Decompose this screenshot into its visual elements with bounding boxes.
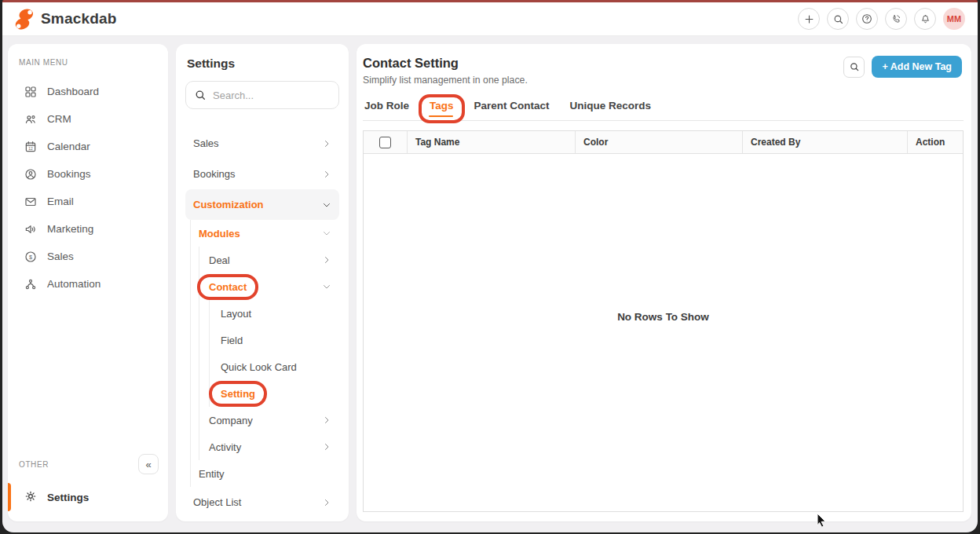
settings-menu-item-setting[interactable]: Setting [210,380,339,407]
contact-setting-panel: Contact Setting Simplify list management… [357,44,971,521]
table-search-button[interactable] [843,57,865,78]
search-icon [194,89,207,101]
settings-menu-item-modules[interactable]: Modules [191,220,339,247]
sidebar-item-crm[interactable]: CRM [17,105,159,133]
tab-job-role[interactable]: Job Role [364,98,410,120]
active-indicator-bar [8,483,11,511]
table-header-row: Tag Name Color Created By Action [364,131,963,154]
add-new-tag-button[interactable]: + Add New Tag [872,56,962,78]
settings-search-box[interactable] [185,81,339,109]
chevron-right-icon [322,442,331,452]
chevron-right-icon [322,139,331,148]
bell-icon [920,13,931,25]
tags-table: Tag Name Color Created By Action No Rows… [363,130,964,512]
page-subtitle: Simplify list management in one place. [363,75,528,86]
sidebar-item-label: Email [47,196,74,207]
settings-menu-item-bookings[interactable]: Bookings [185,159,339,189]
settings-menu-item-object-list[interactable]: Object List [185,487,339,518]
chevron-right-icon [322,498,331,507]
sidebar-item-label: Marketing [47,223,93,235]
main-menu-label: MAIN MENU [19,58,159,67]
settings-menu-item-sales[interactable]: Sales [185,128,339,159]
notifications-button[interactable] [914,8,936,30]
column-header-action: Action [908,131,963,153]
sidebar-item-label: Automation [47,278,101,290]
calendar-icon: 12 [24,140,38,154]
chevron-right-icon [322,255,331,265]
settings-menu-item-layout[interactable]: Layout [210,300,339,327]
user-avatar[interactable]: MM [943,8,965,30]
active-tab-underline [429,115,453,118]
sidebar-item-sales[interactable]: $ Sales [17,243,159,270]
search-icon [832,13,844,25]
chevron-down-icon [322,200,331,210]
sidebar-item-label: CRM [47,113,71,125]
page-title: Contact Setting [363,56,528,71]
brand-name: Smackdab [41,10,117,27]
other-label: OTHER [19,460,49,469]
sidebar-item-marketing[interactable]: Marketing [17,215,159,243]
column-header-tag-name: Tag Name [408,131,576,153]
envelope-icon [24,195,38,209]
contact-setting-tabs: Job Role Tags Parent Contact Unique Reco… [363,98,964,121]
sidebar-item-settings[interactable]: Settings [17,482,159,512]
app-window: Smackdab MM MAIN MENU [2,0,978,532]
settings-menu-item-deal[interactable]: Deal [199,247,339,273]
sidebar-item-label: Sales [47,251,74,262]
tab-tags[interactable]: Tags [429,98,455,120]
settings-menu-item-customization[interactable]: Customization [185,189,339,220]
table-body: No Rows To Show [364,154,963,511]
column-header-color: Color [576,131,743,153]
search-icon [849,61,860,72]
mouse-cursor [815,513,828,532]
svg-text:$: $ [29,254,32,260]
tab-unique-records[interactable]: Unique Records [569,98,653,120]
tab-parent-contact[interactable]: Parent Contact [474,98,550,120]
settings-menu-item-company[interactable]: Company [199,407,339,433]
gear-icon [24,489,38,506]
settings-menu-item-entity[interactable]: Entity [191,460,339,487]
empty-state-message: No Rows To Show [364,311,963,323]
chevron-right-icon [322,170,331,179]
add-button[interactable] [798,8,820,30]
sidebar-item-label: Settings [47,492,89,503]
top-header: Smackdab MM [2,2,978,36]
smackdab-logo-icon [14,9,35,30]
column-header-created-by: Created By [743,131,908,153]
sidebar-item-label: Bookings [47,168,91,180]
sidebar-item-automation[interactable]: Automation [17,270,159,298]
settings-tree-panel: Settings Sales Bookings Customization [176,44,349,521]
settings-menu-item-quick-look-card[interactable]: Quick Look Card [210,353,339,380]
settings-panel-title: Settings [187,57,339,71]
collapse-chevrons-icon: « [145,459,151,470]
calls-button[interactable] [885,8,907,30]
sidebar-collapse-button[interactable]: « [138,454,159,474]
select-all-checkbox[interactable] [379,137,391,148]
plus-icon [803,13,815,25]
settings-menu-item-field[interactable]: Field [210,327,339,353]
dollar-circle-icon: $ [24,250,38,264]
workflow-icon [24,277,38,291]
settings-menu-item-contact[interactable]: Contact [199,273,339,300]
help-icon [861,13,873,25]
sidebar-item-label: Calendar [47,141,90,152]
brand-logo[interactable]: Smackdab [14,9,117,30]
settings-menu-item-activity[interactable]: Activity [199,433,339,460]
help-button[interactable] [856,8,878,30]
sidebar-item-dashboard[interactable]: Dashboard [17,78,159,105]
people-icon [24,112,38,126]
settings-search-input[interactable] [213,90,331,101]
chevron-down-icon [322,229,331,238]
dashboard-grid-icon [24,85,38,99]
main-sidebar: MAIN MENU Dashboard CRM 12 Calendar Book… [8,44,168,521]
chevron-right-icon [322,415,331,425]
person-circle-icon [24,167,38,181]
megaphone-icon [24,222,38,236]
sidebar-item-calendar[interactable]: 12 Calendar [17,133,159,160]
phone-icon [890,13,902,25]
svg-text:12: 12 [28,146,33,150]
sidebar-item-bookings[interactable]: Bookings [17,160,159,188]
sidebar-item-email[interactable]: Email [17,188,159,215]
global-search-button[interactable] [827,8,849,30]
chevron-down-icon [322,282,331,291]
